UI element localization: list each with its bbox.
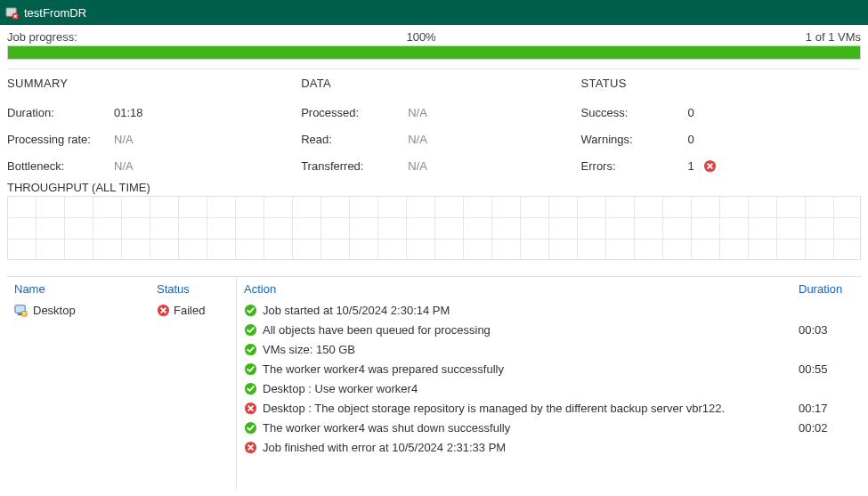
action-duration: 00:02 [799, 421, 861, 435]
data-processed-label: Processed: [301, 106, 408, 119]
action-text: Desktop : Use worker worker4 [263, 382, 418, 395]
success-icon [244, 323, 257, 337]
progress-row: Job progress: 100% 1 of 1 VMs [0, 25, 868, 45]
objects-table-head: Name Status [7, 277, 236, 300]
table-row[interactable]: Desktop : The object storage repository … [237, 398, 861, 418]
status-warnings: Warnings: 0 [581, 126, 861, 152]
data-transferred-value: N/A [408, 159, 427, 173]
summary-duration-value: 01:18 [114, 106, 143, 119]
tables-area: Name Status DesktopFailed Action Duratio… [7, 276, 861, 490]
status-errors-label: Errors: [581, 159, 688, 173]
stats-area: SUMMARY Duration: 01:18 Processing rate:… [0, 73, 868, 179]
action-text: Job started at 10/5/2024 2:30:14 PM [263, 304, 450, 317]
vm-icon [14, 304, 28, 317]
progress-bar-fill [8, 46, 860, 59]
object-status: Failed [174, 304, 205, 317]
success-icon [244, 362, 257, 376]
data-transferred-label: Transferred: [301, 159, 408, 173]
status-errors: Errors: 1 [581, 152, 861, 179]
summary-rate-value: N/A [114, 133, 134, 146]
svg-rect-5 [21, 311, 27, 316]
summary-bottleneck: Bottleneck: N/A [7, 152, 301, 179]
job-progress-label: Job progress: [7, 30, 406, 44]
objects-table: Name Status DesktopFailed [7, 277, 237, 490]
summary-bottleneck-label: Bottleneck: [7, 159, 114, 173]
status-heading: STATUS [581, 77, 861, 90]
table-row[interactable]: DesktopFailed [7, 300, 236, 320]
error-icon [244, 402, 257, 415]
action-duration: 00:03 [799, 323, 861, 337]
status-success: Success: 0 [581, 99, 861, 126]
status-warnings-value: 0 [688, 133, 694, 146]
summary-rate: Processing rate: N/A [7, 126, 301, 152]
success-icon [244, 304, 257, 317]
summary-column: SUMMARY Duration: 01:18 Processing rate:… [7, 77, 301, 179]
summary-heading: SUMMARY [7, 77, 301, 90]
status-icon [157, 304, 170, 317]
app-icon [5, 6, 19, 20]
objects-col-name[interactable]: Name [14, 282, 157, 296]
summary-rate-label: Processing rate: [7, 133, 114, 146]
actions-table-head: Action Duration [237, 277, 861, 300]
action-text: The worker worker4 was shut down success… [263, 421, 510, 435]
throughput-chart [7, 196, 861, 260]
table-row[interactable]: All objects have been queued for process… [237, 320, 861, 339]
data-processed-value: N/A [408, 106, 427, 119]
data-column: DATA Processed: N/A Read: N/A Transferre… [301, 77, 580, 179]
separator [7, 69, 861, 69]
job-progress-vms: 1 of 1 VMs [806, 30, 861, 44]
data-read: Read: N/A [301, 126, 580, 152]
status-column: STATUS Success: 0 Warnings: 0 Errors: 1 [581, 77, 861, 179]
actions-col-action[interactable]: Action [244, 282, 799, 296]
data-transferred: Transferred: N/A [301, 152, 580, 179]
action-text: Desktop : The object storage repository … [263, 402, 725, 415]
success-icon [244, 343, 257, 356]
summary-duration-label: Duration: [7, 106, 114, 119]
success-icon [244, 421, 257, 435]
window-title: testFromDR [24, 6, 86, 20]
table-row[interactable]: Job finished with error at 10/5/2024 2:3… [237, 437, 861, 457]
status-warnings-label: Warnings: [581, 133, 688, 146]
status-errors-value: 1 [688, 159, 694, 173]
table-row[interactable]: The worker worker4 was shut down success… [237, 418, 861, 437]
action-duration: 00:17 [799, 402, 861, 415]
status-success-value: 0 [688, 106, 694, 119]
job-progress-percent: 100% [406, 30, 805, 44]
progress-bar [7, 45, 861, 60]
object-name: Desktop [33, 304, 76, 317]
table-row[interactable]: The worker worker4 was prepared successf… [237, 359, 861, 378]
action-duration: 00:55 [799, 362, 861, 376]
table-row[interactable]: Desktop : Use worker worker4 [237, 378, 861, 398]
action-text: VMs size: 150 GB [263, 343, 355, 356]
error-icon [703, 159, 717, 173]
summary-duration: Duration: 01:18 [7, 99, 301, 126]
summary-bottleneck-value: N/A [114, 159, 134, 173]
data-read-value: N/A [408, 133, 427, 146]
table-row[interactable]: VMs size: 150 GB [237, 339, 861, 359]
table-row[interactable]: Job started at 10/5/2024 2:30:14 PM [237, 300, 861, 320]
action-text: Job finished with error at 10/5/2024 2:3… [263, 441, 506, 454]
action-text: The worker worker4 was prepared successf… [263, 362, 504, 376]
titlebar: testFromDR [0, 0, 868, 25]
objects-col-status[interactable]: Status [157, 282, 236, 296]
throughput-heading: THROUGHPUT (ALL TIME) [0, 179, 868, 194]
data-processed: Processed: N/A [301, 99, 580, 126]
action-text: All objects have been queued for process… [263, 323, 491, 337]
success-icon [244, 382, 257, 395]
actions-table: Action Duration Job started at 10/5/2024… [237, 277, 861, 490]
data-heading: DATA [301, 77, 580, 90]
actions-col-duration[interactable]: Duration [799, 282, 861, 296]
status-success-label: Success: [581, 106, 688, 119]
data-read-label: Read: [301, 133, 408, 146]
error-icon [244, 441, 257, 454]
